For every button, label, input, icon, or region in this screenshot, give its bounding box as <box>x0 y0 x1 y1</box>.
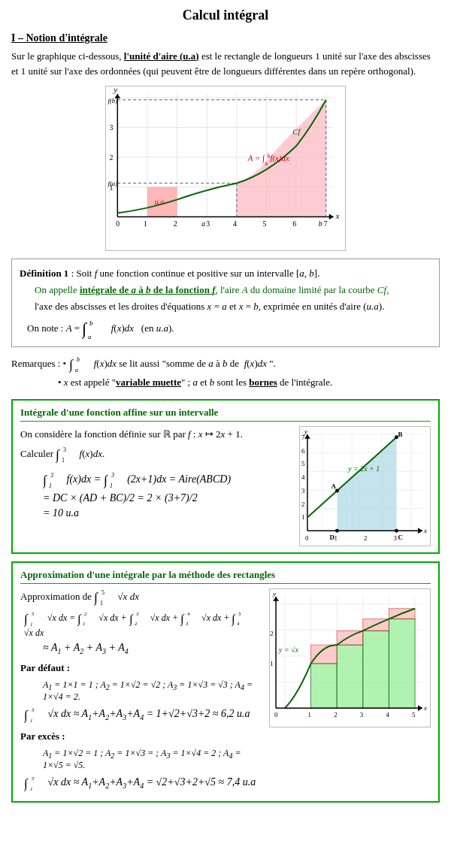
svg-text:a: a <box>201 219 205 228</box>
svg-text:∫: ∫ <box>129 612 134 627</box>
svg-text:5: 5 <box>238 611 241 617</box>
affine-text: On considère la fonction définie sur ℝ p… <box>20 426 292 522</box>
svg-text:1: 1 <box>30 786 33 792</box>
exces1: A1 = 1×√2 = 1 ; A2 = 1×√3 = ; A3 = 1×√4 … <box>43 748 262 771</box>
svg-text:∫: ∫ <box>77 612 82 627</box>
def-line1: Définition 1 : Soit f une fonction conti… <box>20 265 431 282</box>
svg-text:f(x)dx: f(x)dx <box>270 153 289 163</box>
svg-text:D: D <box>330 534 334 541</box>
def-line3: l'axe des abscisses et les droites d'équ… <box>35 298 431 315</box>
affine-line1: On considère la fonction définie sur ℝ p… <box>20 426 292 443</box>
svg-text:4: 4 <box>187 611 190 617</box>
svg-point-93 <box>335 528 339 532</box>
svg-text:f(b): f(b) <box>107 97 117 104</box>
par-defaut: Par défaut : <box>20 660 262 676</box>
approx-line3: ≈ A1 + A2 + A3 + A4 <box>43 642 262 655</box>
svg-text:∫: ∫ <box>43 473 47 488</box>
par-exces: Par excès : <box>20 728 262 745</box>
svg-text:∫: ∫ <box>24 708 29 723</box>
def-line2: On appelle intégrale de a à b de la fonc… <box>35 282 431 298</box>
definition-box: Définition 1 : Soit f une fonction conti… <box>11 259 440 347</box>
svg-rect-133 <box>363 631 389 708</box>
svg-text:5: 5 <box>263 219 267 228</box>
svg-text:5: 5 <box>101 589 104 596</box>
remark1: Remarques : • ∫ b a f(x)dx se lit aussi … <box>11 355 440 374</box>
svg-text:∫: ∫ <box>104 473 108 488</box>
svg-text:5: 5 <box>301 460 305 467</box>
svg-text:3: 3 <box>360 711 364 718</box>
svg-text:∫: ∫ <box>94 590 98 606</box>
svg-text:3: 3 <box>110 472 114 479</box>
approx-graph: x y 0 1 2 3 4 5 1 2 y = √x <box>269 588 431 727</box>
svg-text:3: 3 <box>109 123 113 132</box>
svg-text:A: A <box>331 482 337 490</box>
svg-text:1: 1 <box>301 513 304 521</box>
approx-text: Approximation de ∫ 5 1 √x dx ∫ 5 1 √x dx… <box>20 588 262 796</box>
svg-text:x: x <box>423 704 427 712</box>
svg-text:1: 1 <box>100 600 103 606</box>
svg-text:a: a <box>88 333 92 340</box>
svg-rect-131 <box>311 664 337 708</box>
svg-text:y = 2x + 1: y = 2x + 1 <box>347 464 380 473</box>
svg-text:5: 5 <box>32 776 35 782</box>
svg-marker-68 <box>337 437 396 531</box>
svg-text:3: 3 <box>394 534 398 542</box>
affine-section: Intégrale d'une fonction affine sur un i… <box>11 399 440 554</box>
svg-text:3: 3 <box>63 446 66 453</box>
calc3: = 10 u.a <box>43 507 292 519</box>
svg-text:1: 1 <box>270 660 273 667</box>
intro-text: Sur le graphique ci-dessous, l'unité d'a… <box>11 49 440 78</box>
svg-text:5: 5 <box>32 707 35 713</box>
svg-rect-132 <box>337 645 363 708</box>
svg-text:a: a <box>265 160 268 167</box>
svg-text:3: 3 <box>50 472 53 479</box>
approx-line2: ∫ 5 1 √x dx = ∫ 2 1 √x dx + ∫ 3 2 √x dx … <box>24 609 262 639</box>
svg-text:3: 3 <box>185 621 189 627</box>
svg-text:4: 4 <box>237 621 240 627</box>
svg-text:C: C <box>398 534 402 541</box>
svg-text:2: 2 <box>109 153 113 162</box>
svg-text:2: 2 <box>334 711 337 718</box>
main-graph: x y 0 1 2 a 3 4 5 6 b 7 1 2 3 f(a) f(b) … <box>105 86 346 251</box>
svg-text:0: 0 <box>116 219 120 228</box>
affine-title: Intégrale d'une fonction affine sur un i… <box>20 407 431 422</box>
exces2: ∫ 5 1 √x dx ≈ A1+A2+A3+A4 = √2+√3+2+√5 ≈… <box>24 774 262 792</box>
svg-text:1: 1 <box>334 534 337 542</box>
svg-text:2: 2 <box>135 621 138 627</box>
defaut1: A1 = 1×1 = 1 ; A2 = 1×√2 = √2 ; A3 = 1×√… <box>43 679 262 703</box>
svg-text:0: 0 <box>305 534 309 542</box>
svg-text:3: 3 <box>206 219 210 228</box>
svg-text:a: a <box>75 367 78 374</box>
svg-text:4: 4 <box>233 219 237 228</box>
svg-text:A = ∫: A = ∫ <box>247 153 265 163</box>
svg-text:3: 3 <box>135 611 139 617</box>
approx-line1: Approximation de ∫ 5 1 √x dx <box>20 588 262 606</box>
remarks-section: Remarques : • ∫ b a f(x)dx se lit aussi … <box>11 355 440 391</box>
affine-line2: Calculer ∫ 3 1 f(x)dx. <box>20 446 292 464</box>
svg-text:5: 5 <box>32 611 35 617</box>
svg-text:2: 2 <box>364 534 367 542</box>
svg-text:1: 1 <box>83 621 86 627</box>
svg-text:b: b <box>89 319 93 327</box>
svg-text:2: 2 <box>301 500 304 507</box>
svg-text:1: 1 <box>30 718 33 724</box>
svg-text:∫: ∫ <box>24 776 29 791</box>
svg-text:x: x <box>335 211 340 220</box>
svg-text:y: y <box>272 590 276 597</box>
svg-text:∫: ∫ <box>82 319 88 339</box>
svg-text:2: 2 <box>84 611 87 617</box>
remark2: • x est appelé "variable muette" ; a et … <box>58 374 440 391</box>
svg-text:y: y <box>113 86 117 94</box>
svg-text:f(a): f(a) <box>107 180 117 187</box>
svg-text:∫: ∫ <box>232 612 236 627</box>
svg-text:6: 6 <box>301 446 305 454</box>
svg-text:b: b <box>319 219 322 228</box>
def-line4: On note : A = ∫ b a f(x)dx (en u.a). <box>27 318 431 340</box>
svg-text:7: 7 <box>301 433 305 440</box>
affine-graph: x y 0 1 2 3 1 2 3 4 5 6 7 A B C D y = 2x… <box>299 426 431 546</box>
defaut2: ∫ 5 1 √x dx ≈ A1+A2+A3+A4 = 1+√2+√3+2 ≈ … <box>24 706 262 724</box>
svg-text:∫: ∫ <box>24 612 29 627</box>
svg-text:1: 1 <box>30 622 33 628</box>
approx-title: Approximation d'une intégrale par la mét… <box>20 569 431 584</box>
svg-text:1: 1 <box>308 711 311 718</box>
